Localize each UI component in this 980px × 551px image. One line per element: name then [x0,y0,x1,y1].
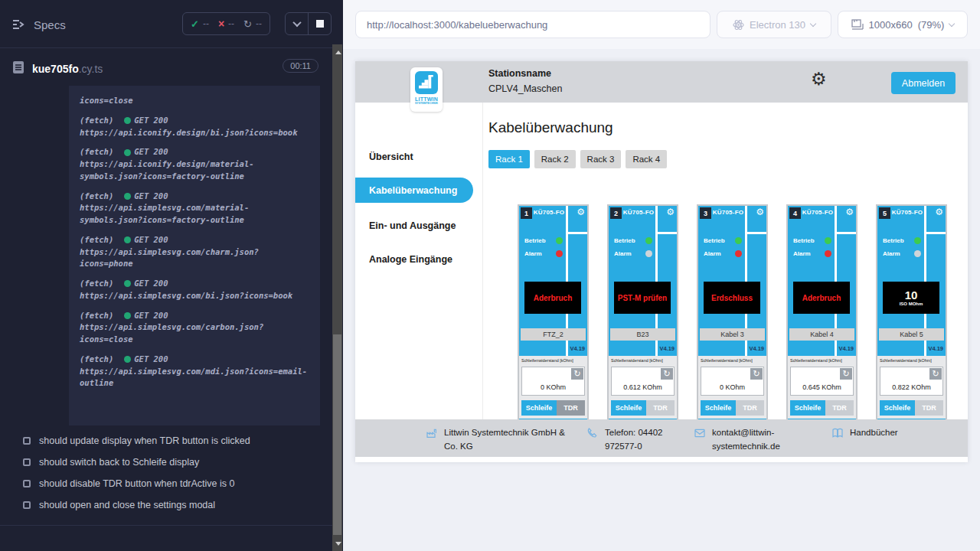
display-text: PST-M prüfen [618,294,667,302]
spec-file-icon [12,60,24,77]
card-settings-gear-icon[interactable]: ⚙ [935,207,943,217]
measurement-label: Schleifenwiderstand [kOhm] [790,358,842,363]
schleife-button[interactable]: Schleife [611,400,646,416]
scroll-down-arrow-icon[interactable] [335,542,341,546]
log-entry: (fetch)GET 200 https://api.simplesvg.com… [80,310,309,346]
cable-label: Kabel 3 [700,328,765,341]
cable-label: Kabel 5 [879,328,944,341]
log-url: https://api.iconify.design/bi.json?icons… [80,127,309,139]
card-number: 3 [700,207,711,219]
collapse-button[interactable] [286,13,308,34]
measurement-value: 0 KOhm [701,383,763,391]
card-settings-gear-icon[interactable]: ⚙ [666,207,675,217]
schleife-button[interactable]: Schleife [880,400,915,416]
card-settings-gear-icon[interactable]: ⚙ [577,207,585,217]
url-input[interactable]: http://localhost:3000/kabelueberwachung [355,11,710,38]
device-card-1: 1 KÜ705-FO ⚙ Betrieb Alarm Aderbruch FTZ… [518,204,589,429]
footer-manuals-link[interactable]: Handbücher [831,426,898,457]
stat-failed[interactable]: ×-- [218,18,234,30]
test-item[interactable]: should disable TDR button when tdrActive… [0,473,332,494]
divider [0,47,332,48]
test-item[interactable]: should open and close the settings modal [0,494,332,516]
measurement-value: 0.645 KOhm [791,383,853,391]
betrieb-led-row: Betrieb [793,237,831,244]
station-info: Stationsname CPLV4_Maschen [488,68,562,94]
card-number: 2 [610,207,622,219]
device-model: KÜ705-FO [711,209,745,216]
browser-selector[interactable]: Electron 130 [717,11,831,38]
stop-button[interactable] [309,13,331,34]
nav-item-analoge-eingaenge[interactable]: Analoge Eingänge [369,254,452,265]
refresh-icon[interactable]: ↻ [929,368,942,380]
card-settings-gear-icon[interactable]: ⚙ [845,207,854,217]
test-item[interactable]: should switch back to Schleife display [0,452,332,473]
stat-passed[interactable]: ✓-- [191,18,209,30]
card-settings-gear-icon[interactable]: ⚙ [756,207,764,217]
nav-item-kabelueberwachung-active[interactable]: Kabelüberwachung [355,178,473,203]
measurement-label: Schleifenwiderstand [kOhm] [611,358,663,363]
measurement-label: Schleifenwiderstand [kOhm] [880,358,932,363]
tab-rack-2[interactable]: Rack 2 [534,150,576,168]
alarm-led-row: Alarm [524,250,563,257]
card-divider [568,232,587,234]
refresh-icon[interactable]: ↻ [750,368,763,380]
passed-check-icon: ✓ [191,18,199,30]
failed-count: -- [228,18,234,29]
stat-running[interactable]: ↻-- [243,18,262,30]
specs-list-toggle-icon[interactable] [11,16,28,33]
status-dot-icon [124,193,131,200]
measurement-value-box: ↻ 0 KOhm [701,367,764,396]
refresh-icon[interactable]: ↻ [840,368,852,380]
factory-icon [426,427,438,439]
tdr-button[interactable]: TDR [825,400,854,416]
log-source: (fetch) [80,146,113,158]
log-continuation: icons=close [80,95,309,107]
status-dot-icon [124,236,131,243]
test-stats-group: ✓-- ×-- ↻-- [182,12,270,35]
rack-tabs: Rack 1 Rack 2 Rack 3 Rack 4 [488,150,667,168]
tab-rack-4[interactable]: Rack 4 [626,150,667,168]
scroll-up-arrow-icon[interactable] [335,51,341,54]
refresh-icon[interactable]: ↻ [571,368,583,380]
viewport-size: 1000x660 [869,19,913,31]
tdr-button[interactable]: TDR [736,400,764,416]
log-url: https://api.simplesvg.com/charm.json?ico… [80,246,309,271]
device-card-2: 2 KÜ705-FO ⚙ Betrieb Alarm PST-M prüfen … [607,204,678,429]
measurement-value: 0.822 KOhm [880,383,942,391]
status-dot-icon [124,149,131,156]
mode-buttons: Schleife TDR [521,400,585,416]
schleife-button[interactable]: Schleife [521,400,557,416]
schleife-button[interactable]: Schleife [790,400,825,416]
firmware-version: V4.19 [928,345,943,352]
logout-button[interactable]: Abmelden [891,72,956,94]
refresh-icon[interactable]: ↻ [661,368,673,380]
measurement-value-box: ↻ 0.612 KOhm [611,367,675,396]
firmware-version: V4.19 [838,345,854,352]
settings-gear-icon[interactable]: ⚙ [811,70,827,88]
tdr-button[interactable]: TDR [915,400,943,416]
tdr-button[interactable]: TDR [646,400,675,416]
betrieb-led-row: Betrieb [704,237,742,244]
log-status: GET 200 [134,191,168,203]
test-state-icon [23,437,31,445]
log-url: https://api.simplesvg.com/material-symbo… [80,202,309,227]
schleife-button[interactable]: Schleife [701,400,736,416]
nav-item-ein-und-ausgaenge[interactable]: Ein- und Ausgänge [369,220,456,231]
viewport-selector[interactable]: 1000x660 (79%) [838,11,968,38]
test-item[interactable]: should update display when TDR button is… [0,430,332,452]
electron-icon [733,19,744,31]
log-status: GET 200 [134,234,168,246]
runner-scrollbar-thumb[interactable] [333,334,341,535]
tdr-button[interactable]: TDR [557,400,585,416]
nav-item-uebersicht[interactable]: Übersicht [369,152,413,162]
spec-row[interactable]: kue705fo.cy.ts 00:11 [0,57,332,81]
tab-rack-1[interactable]: Rack 1 [488,150,530,168]
betrieb-led [825,237,831,244]
measurement-value-box: ↻ 0.822 KOhm [880,367,943,396]
alarm-led [914,250,921,257]
tab-rack-3[interactable]: Rack 3 [580,150,622,168]
firmware-version: V4.19 [659,345,675,352]
betrieb-led-row: Betrieb [524,237,563,244]
betrieb-led [645,237,652,244]
log-source: (fetch) [80,234,113,246]
